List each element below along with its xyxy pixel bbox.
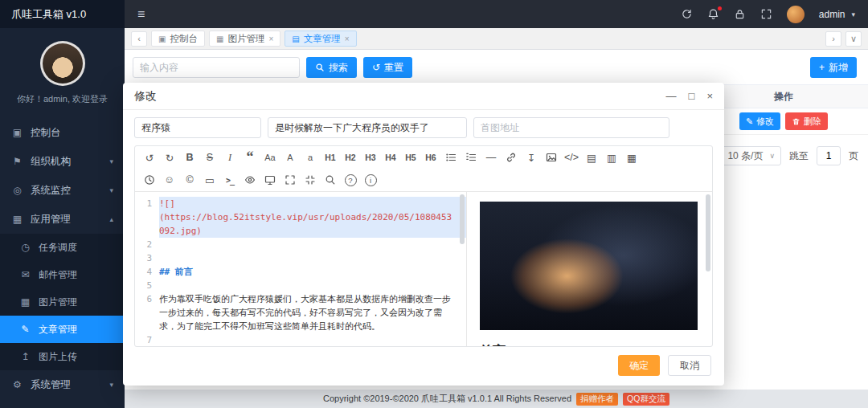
markdown-source-pane[interactable]: 1![] (https://blog.52itstyle.vip/usr/upl…	[135, 192, 466, 346]
gear-icon: ⚙	[11, 379, 23, 390]
sidebar-item-console[interactable]: ▣ 控制台	[0, 118, 125, 147]
uppercase-icon[interactable]: A	[280, 149, 300, 166]
maximize-icon[interactable]: □	[689, 91, 695, 101]
fullscreen-icon[interactable]	[280, 171, 300, 189]
qq-group-badge[interactable]: QQ群交流	[623, 393, 669, 406]
search-icon[interactable]	[321, 171, 340, 189]
reset-button[interactable]: ↺ 重置	[363, 57, 412, 78]
page-number-input[interactable]	[817, 146, 841, 165]
close-icon[interactable]: ×	[268, 35, 273, 43]
h3-icon[interactable]: H3	[361, 149, 380, 166]
markdown-preview-pane[interactable]: 前言	[466, 192, 712, 346]
menu-toggle-icon[interactable]: ≡	[137, 7, 145, 22]
sidebar-item-mail-management[interactable]: ✉ 邮件管理	[0, 261, 125, 288]
help-icon[interactable]: ?	[341, 171, 360, 189]
search-button[interactable]: 搜索	[306, 57, 357, 78]
username[interactable]: admin	[819, 9, 845, 20]
dialog-header[interactable]: 修改 — □ ×	[123, 83, 724, 110]
bell-icon[interactable]	[707, 8, 719, 20]
sidebar-item-image-upload[interactable]: ↥ 图片上传	[0, 343, 125, 370]
article-title-field[interactable]	[268, 117, 467, 138]
fullscreen-icon[interactable]	[760, 8, 772, 20]
sidebar-item-system-management[interactable]: ⚙ 系统管理 ▾	[0, 370, 125, 399]
cancel-button[interactable]: 取消	[668, 355, 711, 376]
code-block-icon[interactable]: ▤	[582, 149, 601, 166]
shrink-icon[interactable]	[301, 171, 320, 189]
sidebar-item-applications[interactable]: ▦ 应用管理 ▴	[0, 205, 125, 234]
terminal-icon[interactable]: >_	[220, 171, 240, 189]
tab-image-management[interactable]: ▦ 图片管理 ×	[209, 31, 280, 47]
editor-line-3[interactable]: 3	[135, 251, 466, 265]
sidebar-item-monitoring[interactable]: ◎ 系统监控 ▾	[0, 176, 125, 205]
refresh-icon[interactable]	[681, 8, 693, 20]
scrollbar-thumb[interactable]	[460, 194, 465, 244]
confirm-button[interactable]: 确定	[618, 355, 660, 376]
h6-icon[interactable]: H6	[421, 149, 440, 166]
link-icon[interactable]	[502, 149, 521, 166]
font-size-icon[interactable]: Aa	[260, 149, 280, 166]
media-icon[interactable]: ▭	[200, 171, 219, 189]
copyright-icon[interactable]: ©	[180, 171, 199, 189]
lowercase-icon[interactable]: a	[301, 149, 320, 166]
editor-line-4[interactable]: 4## 前言	[135, 265, 466, 279]
preview-icon[interactable]	[240, 171, 260, 189]
donate-badge[interactable]: 捐赠作者	[576, 393, 618, 406]
tabs-scroll-right-button[interactable]: ›	[825, 31, 841, 47]
emoji-icon[interactable]: ☺	[160, 171, 179, 189]
sidebar-item-article-management[interactable]: ✎ 文章管理	[0, 316, 125, 343]
reset-icon: ↺	[372, 62, 380, 73]
scrollbar-thumb[interactable]	[706, 194, 710, 271]
editor-line-1[interactable]: 1![] (https://blog.52itstyle.vip/usr/upl…	[135, 197, 466, 238]
close-icon[interactable]: ×	[706, 91, 713, 101]
add-button[interactable]: + 新增	[810, 57, 857, 78]
list-ul-icon[interactable]	[441, 149, 461, 166]
page-size-select[interactable]: 10 条/页 ∨	[721, 146, 781, 165]
user-menu-caret-icon[interactable]: ▾	[851, 10, 855, 18]
h2-icon[interactable]: H2	[341, 149, 360, 166]
minimize-icon[interactable]: —	[666, 91, 677, 101]
edit-row-button[interactable]: ✎ 修改	[739, 112, 780, 130]
hr-icon[interactable]: —	[481, 149, 501, 166]
redo-icon[interactable]: ↻	[160, 149, 179, 166]
editor-line-6[interactable]: 6作为靠双手吃饭的广大程序猿媛们，大家基本都是从数据库的增删改查一步一步过来的，…	[135, 292, 466, 333]
h4-icon[interactable]: H4	[381, 149, 400, 166]
table-icon[interactable]: ▦	[622, 149, 641, 166]
tabs-scroll-left-button[interactable]: ‹	[131, 31, 147, 47]
tab-article-management[interactable]: ▤ 文章管理 ×	[285, 31, 356, 47]
sidebar-item-organization[interactable]: ⚑ 组织机构 ▾	[0, 147, 125, 176]
tabs-menu-button[interactable]: ∨	[845, 31, 862, 47]
author-field[interactable]	[134, 117, 261, 138]
editor-line-2[interactable]: 2	[135, 238, 466, 251]
delete-row-button[interactable]: 删除	[785, 112, 828, 130]
italic-icon[interactable]: I	[220, 149, 240, 166]
close-icon[interactable]: ×	[345, 35, 350, 43]
list-ol-icon[interactable]	[461, 149, 481, 166]
lock-icon[interactable]	[734, 8, 746, 20]
edit-label: 修改	[756, 116, 774, 128]
strikethrough-icon[interactable]: S	[200, 149, 219, 166]
datetime-icon[interactable]	[140, 171, 159, 189]
desktop-icon[interactable]	[260, 171, 280, 189]
quote-icon[interactable]: “	[240, 149, 260, 166]
info-icon[interactable]: i	[361, 171, 380, 189]
tab-console[interactable]: ▣ 控制台	[151, 31, 205, 47]
line-content	[159, 333, 466, 346]
code-icon[interactable]: </>	[562, 149, 581, 166]
bold-icon[interactable]: B	[180, 149, 199, 166]
page-icon[interactable]: ▥	[602, 149, 621, 166]
editor-line-7[interactable]: 7	[135, 333, 466, 346]
h1-icon[interactable]: H1	[321, 149, 340, 166]
sidebar-item-task-scheduling[interactable]: ◷ 任务调度	[0, 234, 125, 261]
user-avatar[interactable]	[40, 41, 85, 86]
editor-line-5[interactable]: 5	[135, 279, 466, 292]
search-input[interactable]	[133, 57, 300, 78]
topbar-avatar[interactable]	[787, 6, 805, 23]
image-icon[interactable]	[542, 149, 561, 166]
sidebar-item-image-management[interactable]: ▦ 图片管理	[0, 288, 125, 316]
download-icon[interactable]: ↧	[522, 149, 541, 166]
preview-scrollbar[interactable]	[706, 194, 710, 344]
cover-url-field[interactable]	[473, 117, 669, 138]
source-scrollbar[interactable]	[460, 194, 465, 344]
undo-icon[interactable]: ↺	[140, 149, 159, 166]
h5-icon[interactable]: H5	[401, 149, 420, 166]
